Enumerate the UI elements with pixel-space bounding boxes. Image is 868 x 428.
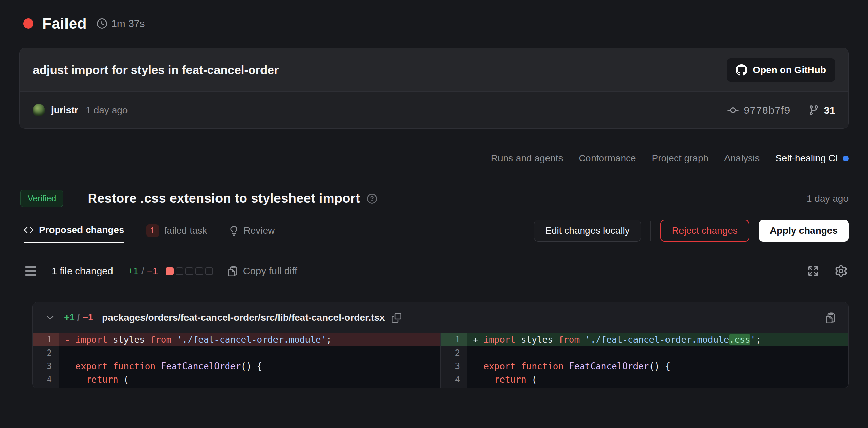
diff-square-empty	[195, 267, 203, 275]
code-text	[59, 346, 440, 360]
run-duration: 1m 37s	[111, 18, 145, 29]
code-text: + import styles from './feat-cancel-orde…	[467, 333, 848, 346]
author-avatar	[33, 104, 45, 116]
diff-pane-after: 1+ import styles from './feat-cancel-ord…	[441, 333, 848, 388]
line-number: 1	[441, 333, 467, 346]
nav-item-conformance[interactable]: Conformance	[579, 153, 636, 164]
chevron-down-icon[interactable]	[45, 313, 55, 323]
code-text: return (	[467, 373, 848, 386]
diff-square-empty	[176, 267, 183, 275]
tab-failed-task[interactable]: 1 failed task	[146, 218, 207, 243]
diff-card: +1 / −1 packages/orders/feat-cancel-orde…	[32, 302, 849, 388]
diff-body: 1- import styles from './feat-cancel-ord…	[33, 333, 848, 388]
clipboard-icon	[227, 266, 238, 276]
fix-title: Restore .css extension to stylesheet imp…	[88, 191, 360, 206]
line-number: 3	[441, 360, 467, 373]
deletions-count: −1	[147, 266, 158, 277]
gear-icon[interactable]	[835, 265, 847, 277]
commit-hash[interactable]: 9778b7f9	[744, 104, 790, 116]
edit-changes-locally-button[interactable]: Edit changes locally	[534, 220, 641, 242]
open-on-github-label: Open on GitHub	[753, 65, 826, 75]
commit-card: adjust import for styles in feat-cancel-…	[19, 48, 849, 129]
diff-line: 3 export function FeatCancelOrder() {	[33, 360, 440, 373]
nav-item-runs-and-agents[interactable]: Runs and agents	[491, 153, 563, 164]
diff-square-empty	[205, 267, 213, 275]
nav-item-analysis[interactable]: Analysis	[724, 153, 760, 164]
files-changed-label: 1 file changed	[51, 266, 113, 277]
code-text	[467, 346, 848, 360]
line-number: 2	[33, 346, 59, 360]
copy-file-path-button[interactable]	[392, 313, 401, 323]
additions-count: +1	[128, 266, 139, 277]
fix-time: 1 day ago	[807, 193, 849, 204]
clock-icon	[97, 18, 107, 29]
reject-changes-button[interactable]: Reject changes	[660, 220, 749, 242]
run-status-header: Failed 1m 37s	[23, 15, 145, 32]
diff-line: 4 return (	[33, 373, 440, 386]
github-icon	[736, 64, 747, 76]
failed-task-count-badge: 1	[146, 224, 159, 237]
diff-squares	[166, 267, 213, 275]
line-number: 1	[33, 333, 59, 346]
self-healing-ci-page: Failed 1m 37s adjust import for styles i…	[0, 0, 868, 428]
tab-review-label: Review	[244, 225, 275, 236]
status-failed-dot	[23, 18, 33, 29]
branch-count[interactable]: 31	[824, 104, 835, 116]
diff-filler	[441, 386, 848, 388]
workspace-nav: Runs and agents Conformance Project grap…	[491, 153, 849, 164]
tab-review[interactable]: Review	[229, 218, 275, 243]
diff-line: 1- import styles from './feat-cancel-ord…	[33, 333, 440, 346]
code-text: export function FeatCancelOrder() {	[59, 360, 440, 373]
fix-header: Verified Restore .css extension to style…	[20, 190, 849, 207]
actions-divider	[650, 221, 651, 241]
fix-tabs-row: Proposed changes 1 failed task Review Ed…	[19, 218, 849, 243]
diff-line: 2	[33, 346, 440, 360]
diff-line: 1+ import styles from './feat-cancel-ord…	[441, 333, 848, 346]
git-branch-icon	[808, 105, 819, 116]
verified-badge: Verified	[20, 190, 63, 207]
diff-toolbar: 1 file changed +1 / −1 Copy full diff	[19, 258, 849, 284]
line-number: 4	[33, 373, 59, 386]
copy-file-diff-button[interactable]	[825, 312, 836, 323]
diff-filler	[33, 386, 440, 388]
diff-line: 2	[441, 346, 848, 360]
nav-item-self-healing-ci[interactable]: Self-healing CI	[775, 153, 849, 164]
code-text: - import styles from './feat-cancel-orde…	[59, 333, 440, 346]
git-commit-icon	[727, 104, 739, 116]
diff-file-header: +1 / −1 packages/orders/feat-cancel-orde…	[33, 302, 848, 333]
apply-changes-button[interactable]: Apply changes	[759, 220, 849, 242]
line-number: 2	[441, 346, 467, 360]
line-number: 3	[33, 360, 59, 373]
copy-full-diff-button[interactable]: Copy full diff	[227, 266, 297, 277]
nav-item-self-healing-ci-label: Self-healing CI	[775, 153, 838, 164]
expand-icon[interactable]	[807, 265, 819, 277]
code-icon	[24, 225, 34, 235]
commit-time: 1 day ago	[86, 105, 128, 116]
diff-line: 3 export function FeatCancelOrder() {	[441, 360, 848, 373]
author-name: juristr	[51, 105, 78, 116]
code-text: return (	[59, 373, 440, 386]
notification-dot	[843, 156, 849, 161]
lightbulb-icon	[229, 226, 239, 236]
nav-item-project-graph[interactable]: Project graph	[652, 153, 709, 164]
file-additions: +1	[64, 312, 75, 323]
run-status-label: Failed	[42, 15, 87, 32]
diff-square-empty	[185, 267, 193, 275]
file-stat-slash: /	[77, 312, 80, 323]
copy-icon	[392, 313, 401, 323]
stat-slash: /	[141, 266, 144, 277]
diff-square-del	[166, 267, 174, 275]
copy-full-diff-label: Copy full diff	[243, 266, 297, 277]
tab-failed-task-label: failed task	[164, 225, 207, 236]
code-text: export function FeatCancelOrder() {	[467, 360, 848, 373]
file-deletions: −1	[83, 312, 93, 323]
clipboard-paste-icon	[825, 312, 836, 323]
open-on-github-button[interactable]: Open on GitHub	[727, 58, 835, 82]
tab-proposed-changes[interactable]: Proposed changes	[24, 218, 124, 243]
help-icon[interactable]	[367, 194, 377, 204]
line-number: 4	[441, 373, 467, 386]
commit-message: adjust import for styles in feat-cancel-…	[33, 63, 279, 77]
tab-proposed-changes-label: Proposed changes	[39, 225, 124, 236]
file-list-menu-icon[interactable]	[25, 266, 36, 276]
diff-line: 4 return (	[441, 373, 848, 386]
